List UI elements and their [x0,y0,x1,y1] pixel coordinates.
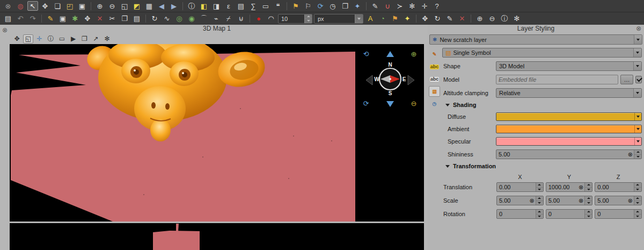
measure-line-icon[interactable]: ▭ [57,34,67,44]
animations-icon[interactable]: ▶ [68,34,78,44]
attribute-table-icon[interactable]: ▤ [236,1,246,11]
scale-z-stepper[interactable] [634,196,641,205]
fill-ring-icon[interactable]: ◉ [186,14,197,24]
identify-icon[interactable]: ⓘ [46,34,56,44]
paste-features-icon[interactable]: ▤ [131,14,142,24]
tab-labels[interactable]: abc [429,61,440,72]
tab-history[interactable]: ◷ [429,98,440,109]
transformation-section-header[interactable]: Transformation [445,163,642,169]
translation-z-input[interactable]: 0.00 [595,182,642,192]
copy-features-icon[interactable]: ❐ [119,14,130,24]
highlight-labels-icon[interactable]: ✦ [402,14,413,24]
altitude-clamping-combo[interactable]: Relative [496,88,642,98]
size-stepper[interactable] [304,15,312,23]
map-2d-canvas[interactable] [10,223,424,250]
translation-y-stepper[interactable] [584,183,592,191]
scale-y-stepper[interactable] [584,196,592,205]
delete-selected-icon[interactable]: ✕ [94,14,105,24]
help-icon[interactable]: ? [431,1,442,11]
save-image-icon[interactable]: ❐ [79,34,90,44]
layer-labeling-icon[interactable]: A [365,14,376,24]
translation-z-stepper[interactable] [634,183,641,191]
rotate-label-icon[interactable]: ↻ [432,14,443,24]
clear-value-icon[interactable]: ⊗ [529,198,534,204]
zoom-in-icon[interactable]: ⊕ [94,1,105,11]
pan-map-icon[interactable]: ✥ [40,1,50,11]
open-project-icon[interactable]: ◰ [64,1,75,11]
camera-control-icon[interactable]: ✥ [12,34,22,44]
feature-action-icon[interactable]: ● [253,14,264,24]
rotate-ccw-icon[interactable]: ⟲ [363,50,369,58]
vertex-tool-icon[interactable]: ✥ [82,14,93,24]
clipboard-icon[interactable]: ▤ [3,14,13,24]
new-map-view-icon[interactable]: ❐ [340,1,350,11]
zoom-to-layer-icon[interactable]: ▦ [144,1,155,11]
browse-button[interactable]: … [620,75,633,84]
identify-secondary-icon[interactable]: ⓘ [499,14,510,24]
ambient-color-button[interactable] [496,125,642,133]
layer-diagram-icon[interactable]: ◔ [377,14,388,24]
dock-splitter[interactable] [424,25,428,250]
pointer-tool-icon[interactable]: ↖ [27,1,38,11]
cut-features-icon[interactable]: ✂ [107,14,118,24]
map-3d-viewport[interactable]: ⟲ ⟳ ⊕ ⊖ N W E S [10,44,424,222]
shading-section-header[interactable]: Shading [445,102,642,108]
translation-x-stepper[interactable] [536,183,543,191]
change-label-icon[interactable]: ✎ [444,14,455,24]
snapping-icon[interactable]: ∪ [382,1,393,11]
rotation-x-stepper[interactable] [536,210,543,218]
rotate-cw-icon[interactable]: ⟳ [363,99,369,108]
size-spinbox[interactable]: 10 [278,14,312,24]
rotation-z-input[interactable]: 0 [595,209,642,219]
rotation-z-stepper[interactable] [634,210,641,218]
annotations-icon[interactable]: ✎ [370,1,380,11]
style-manager-icon[interactable]: ✛ [419,1,430,11]
save-edits-icon[interactable]: ▣ [57,14,68,24]
measure-icon[interactable]: ▭ [260,1,271,11]
shininess-stepper[interactable] [634,150,641,159]
pin-labels-icon[interactable]: ⚑ [390,14,400,24]
redo-icon[interactable]: ↷ [27,14,38,24]
processing-toolbox-icon[interactable]: ✻ [407,1,418,11]
field-calculator-icon[interactable]: ∑ [248,1,259,11]
show-bookmarks-icon[interactable]: ⚐ [303,1,313,11]
close-icon[interactable]: ⊗ [636,25,641,32]
embed-checkbox[interactable] [635,76,642,83]
zoom-last-icon[interactable]: ◀ [156,1,167,11]
zoom-full-icon[interactable]: ◱ [23,34,33,44]
cancel-icon[interactable]: ✕ [457,14,467,24]
zoom-in-secondary-icon[interactable]: ⊕ [474,14,485,24]
configure-icon[interactable]: ✻ [102,34,112,44]
rotate-feature-icon[interactable]: ↻ [149,14,160,24]
toolbar-overflow-icon[interactable]: ⊗ [3,1,13,11]
diffuse-color-button[interactable] [496,112,642,121]
zoom-in-icon[interactable]: ⊕ [411,50,417,58]
model-file-input[interactable] [496,75,618,84]
zoom-out-secondary-icon[interactable]: ⊖ [487,14,497,24]
scale-x-input[interactable]: 5.00 ⊗ [496,196,544,205]
identify-features-icon[interactable]: ⓘ [186,1,197,11]
rotation-y-input[interactable]: 0 [546,209,593,219]
offset-curve-icon[interactable]: ⌒ [199,14,209,24]
add-feature-icon[interactable]: ✱ [70,14,80,24]
scale-y-input[interactable]: 5.00 ⊗ [546,196,593,205]
clear-value-icon[interactable]: ⊗ [628,198,633,204]
map-tips-toggle-icon[interactable]: ◠ [266,14,276,24]
layer-selector-combo[interactable]: ✱ New scratch layer [429,34,642,45]
merge-features-icon[interactable]: ⊍ [236,14,246,24]
zoom-next-icon[interactable]: ▶ [169,1,179,11]
zoom-out-icon[interactable]: ⊖ [107,1,118,11]
refresh-icon[interactable]: ⟳ [315,1,326,11]
units-combo[interactable]: px [314,14,363,24]
zoom-to-selection-icon[interactable]: ◩ [131,1,142,11]
zoom-out-icon[interactable]: ⊖ [411,99,417,108]
map-tips-icon[interactable]: ❝ [273,1,283,11]
data-source-manager-icon[interactable]: ◍ [15,1,26,11]
new-bookmark-icon[interactable]: ⚑ [290,1,301,11]
shininess-input[interactable]: 5.00 ⊗ [496,149,642,159]
simplify-feature-icon[interactable]: ∿ [162,14,172,24]
scale-z-input[interactable]: 5.00 ⊗ [595,196,642,205]
rotation-y-stepper[interactable] [584,210,592,218]
save-project-icon[interactable]: ▣ [77,1,87,11]
options-icon[interactable]: ✻ [511,14,522,24]
